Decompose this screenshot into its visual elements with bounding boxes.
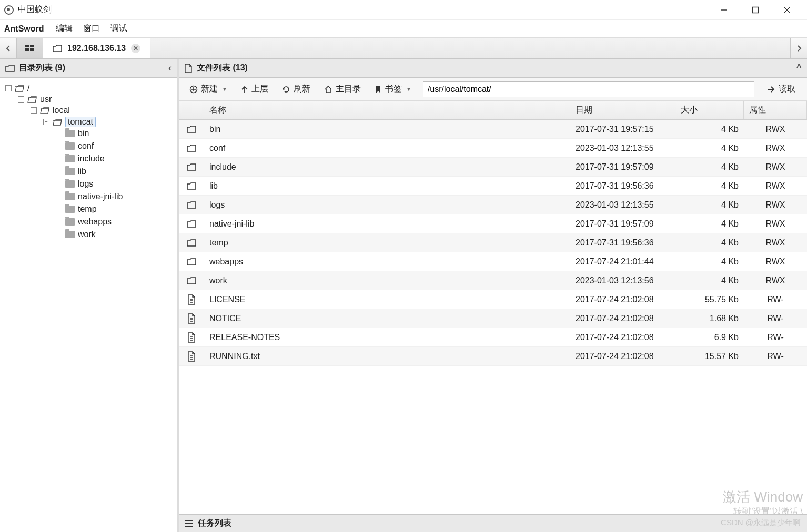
cell-attr: RWX [744,276,807,285]
file-panel-title: 文件列表 (13) [197,63,248,74]
tree-leaf-label[interactable]: webapps [78,217,112,227]
col-icon[interactable] [179,101,204,119]
col-size[interactable]: 大小 [675,101,744,119]
cell-size: 4 Kb [675,219,744,229]
col-attr[interactable]: 属性 [744,101,807,119]
col-name[interactable]: 名称 [204,101,570,119]
folder-icon [65,218,75,226]
cell-name: webapps [204,257,570,267]
svg-rect-6 [25,48,29,51]
tree-leaf-label[interactable]: bin [78,129,89,138]
tree-leaf-label[interactable]: temp [78,204,97,214]
folder-icon [65,206,75,213]
cell-date: 2017-07-24 21:02:08 [570,352,675,361]
tree-leaf-label[interactable]: conf [78,141,94,151]
tab-active[interactable]: 192.168.136.13 ✕ [43,38,150,58]
new-button[interactable]: 新建▼ [183,81,234,97]
tree-toggle[interactable]: − [18,96,24,103]
cell-attr: RWX [744,238,807,248]
cell-name: LICENSE [204,295,570,304]
list-icon [184,520,194,527]
file-icon [179,332,204,343]
cell-attr: RWX [744,162,807,172]
folder-open-icon [27,96,37,103]
tabs-scroll-right[interactable] [790,38,807,58]
close-button[interactable] [771,0,803,20]
folder-icon [65,231,75,238]
path-input[interactable] [423,81,754,97]
tree-leaf-label[interactable]: include [78,154,105,163]
menu-window[interactable]: 窗口 [80,22,103,35]
bookmark-label: 书签 [385,84,402,95]
file-icon [179,351,204,362]
brand-label[interactable]: AntSword [4,24,44,34]
tree-local-label[interactable]: local [53,106,70,115]
table-row[interactable]: native-jni-lib2017-07-31 19:57:094 KbRWX [179,214,807,233]
cell-size: 1.68 Kb [675,314,744,323]
svg-rect-1 [753,7,759,13]
cell-date: 2023-01-03 12:13:55 [570,200,675,210]
tree-usr-label[interactable]: usr [40,95,52,104]
tree-leaf-label[interactable]: native-jni-lib [78,192,123,201]
cell-date: 2017-07-31 19:57:09 [570,219,675,229]
read-button[interactable]: 读取 [760,81,803,97]
tree-tomcat-label[interactable]: tomcat [65,117,96,127]
minimize-button[interactable] [708,0,740,20]
maximize-button[interactable] [740,0,771,20]
cell-date: 2017-07-24 21:02:08 [570,295,675,304]
bookmark-button[interactable]: 书签▼ [368,81,418,97]
svg-rect-5 [30,45,34,47]
table-row[interactable]: conf2023-01-03 12:13:554 KbRWX [179,139,807,158]
collapse-up-icon[interactable]: ^ [796,63,802,74]
tree-leaf-label[interactable]: work [78,230,96,239]
folder-icon [65,193,75,200]
cell-size: 4 Kb [675,144,744,153]
folder-icon [65,142,75,150]
cell-name: bin [204,125,570,134]
tree-toggle[interactable]: − [43,119,49,125]
folder-icon [179,277,204,285]
tree-root-label[interactable]: / [27,84,29,93]
cell-size: 4 Kb [675,162,744,172]
tree-leaf-label[interactable]: lib [78,167,86,176]
table-row[interactable]: RUNNING.txt2017-07-24 21:02:0815.57 KbRW… [179,347,807,366]
tree-leaf-label[interactable]: logs [78,179,93,189]
menu-debug[interactable]: 调试 [107,22,130,35]
task-bar[interactable]: 任务列表 [179,514,807,532]
read-label: 读取 [779,84,795,95]
table-row[interactable]: logs2023-01-03 12:13:554 KbRWX [179,196,807,214]
cell-name: temp [204,238,570,248]
table-row[interactable]: LICENSE2017-07-24 21:02:0855.75 KbRW- [179,290,807,309]
tree-toggle[interactable]: − [5,85,12,91]
table-row[interactable]: work2023-01-03 12:13:564 KbRWX [179,271,807,290]
file-panel: 文件列表 (13) ^ 新建▼ 上层 刷新 主目录 书签▼ [179,59,807,532]
table-row[interactable]: temp2017-07-31 19:56:364 KbRWX [179,233,807,252]
tabs-home-button[interactable] [17,38,43,58]
file-toolbar: 新建▼ 上层 刷新 主目录 书签▼ 读取 [179,78,807,101]
directory-tree[interactable]: − / − usr − local − [0,78,177,532]
table-row[interactable]: lib2017-07-31 19:56:364 KbRWX [179,177,807,196]
home-button[interactable]: 主目录 [318,81,367,97]
tree-toggle[interactable]: − [31,107,37,114]
cell-name: conf [204,144,570,153]
table-row[interactable]: RELEASE-NOTES2017-07-24 21:02:086.9 KbRW… [179,328,807,347]
menu-edit[interactable]: 编辑 [53,22,76,35]
table-row[interactable]: bin2017-07-31 19:57:154 KbRWX [179,120,807,139]
table-row[interactable]: NOTICE2017-07-24 21:02:081.68 KbRW- [179,309,807,328]
table-row[interactable]: webapps2017-07-24 21:01:444 KbRWX [179,252,807,271]
tabs-scroll-left[interactable] [0,38,17,58]
folder-icon [179,125,204,134]
table-row[interactable]: include2017-07-31 19:57:094 KbRWX [179,158,807,177]
taskbar-title: 任务列表 [198,518,231,529]
folder-icon [65,130,75,137]
plus-circle-icon [189,85,198,94]
col-date[interactable]: 日期 [570,101,675,119]
up-label: 上层 [251,84,268,95]
grid-icon [25,45,35,52]
refresh-button[interactable]: 刷新 [276,81,317,97]
up-button[interactable]: 上层 [235,81,275,97]
tab-strip: 192.168.136.13 ✕ [0,38,807,59]
collapse-left-icon[interactable]: ‹ [168,63,172,74]
window-title: 中国蚁剑 [18,4,52,15]
tab-close-icon[interactable]: ✕ [131,44,140,53]
